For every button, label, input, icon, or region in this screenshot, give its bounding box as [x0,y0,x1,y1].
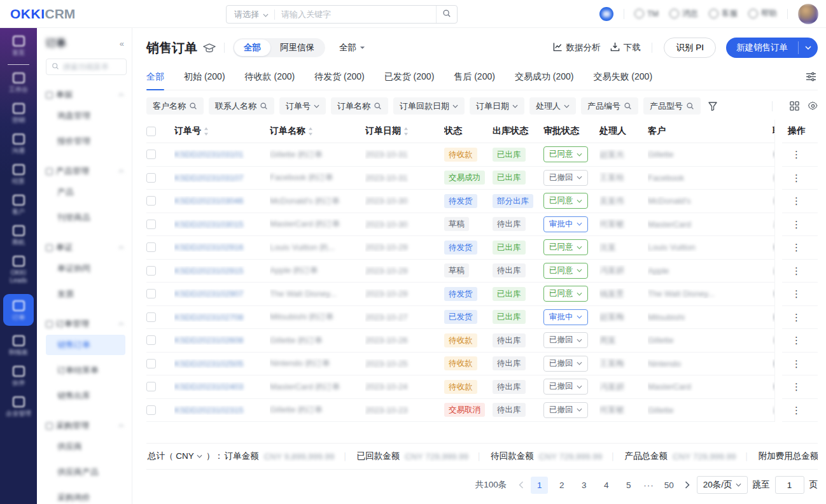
tab-交易失败 (200)[interactable]: 交易失败 (200) [593,64,652,90]
sort-icon[interactable] [403,127,409,136]
row-more-actions-button[interactable]: ⋮ [788,335,805,345]
column-header-订单日期[interactable]: 订单日期 [365,125,444,137]
page-number-4[interactable]: 4 [598,477,615,494]
rail-item-6[interactable]: 商机 [0,225,37,246]
filter-chip-产品编号[interactable]: 产品编号 [581,97,638,115]
sidebar-item-刊登商品[interactable]: 刊登商品 [46,207,127,228]
filter-chip-产品型号[interactable]: 产品型号 [643,97,701,115]
tab-全部[interactable]: 全部 [146,64,164,90]
search-input[interactable] [275,10,436,19]
order-number-link[interactable]: KSDD2023102403 [174,382,243,391]
rail-item-7[interactable]: OKKI Leads [0,256,37,284]
search-category-select[interactable]: 请选择 [227,9,274,20]
sort-icon[interactable] [308,127,313,136]
row-checkbox[interactable] [146,289,156,298]
filter-funnel-icon[interactable] [708,102,717,111]
sidebar-item-供应商[interactable]: 供应商 [46,437,127,457]
sidebar-item-销售出库[interactable]: 销售出库 [46,386,127,406]
rail-item-1[interactable]: 工作台 [0,73,37,94]
rail-item-0[interactable]: 首页 [0,36,37,57]
row-more-actions-button[interactable]: ⋮ [788,382,805,391]
sidebar-item-采购询价[interactable]: 采购询价 [46,487,127,504]
scope-阿里信保[interactable]: 阿里信保 [270,39,324,56]
sidebar-search-input[interactable]: 搜索功能菜单 [46,59,127,75]
row-checkbox[interactable] [146,335,156,345]
filter-chip-订单名称[interactable]: 订单名称 [331,97,388,115]
approval-dropdown[interactable]: 已撤回 [543,379,588,395]
tab-已发货 (200)[interactable]: 已发货 (200) [384,64,435,90]
approval-dropdown[interactable]: 审批中 [543,309,588,325]
tab-售后 (200)[interactable]: 售后 (200) [454,64,495,90]
select-all-checkbox[interactable] [146,127,156,136]
sidebar-item-报价管理[interactable]: 报价管理 [46,131,127,151]
row-checkbox[interactable] [146,220,156,229]
row-checkbox[interactable] [146,242,156,252]
rail-item-11[interactable]: 企业管理 [0,396,37,417]
filter-chip-订单日期[interactable]: 订单日期 [470,97,524,115]
filter-chip-订单回款日期[interactable]: 订单回款日期 [393,97,465,115]
page-number-50[interactable]: 50 [661,477,678,494]
user-avatar[interactable] [798,4,818,24]
tab-初始 (200)[interactable]: 初始 (200) [184,64,225,90]
row-checkbox[interactable] [146,150,156,159]
rail-item-8[interactable]: 订单 [3,294,34,326]
page-number-3[interactable]: 3 [575,477,592,494]
search-button[interactable] [436,6,457,23]
row-checkbox[interactable] [146,312,156,322]
row-more-actions-button[interactable]: ⋮ [788,405,805,415]
order-number-link[interactable]: KSDD2023103101 [174,150,243,159]
approval-dropdown[interactable]: 审批中 [543,216,588,232]
sidebar-group-header[interactable]: 采购管理 [46,420,127,431]
order-number-link[interactable]: KSDD2023102916 [174,242,243,252]
order-number-link[interactable]: KSDD2023102907 [174,289,243,298]
table-settings-gear-icon[interactable] [808,101,818,111]
scope-dropdown[interactable]: 全部 [339,42,365,53]
tab-交易成功 (200)[interactable]: 交易成功 (200) [515,64,574,90]
order-number-link[interactable]: KSDD2023103107 [174,173,243,183]
quick-action-help[interactable]: 帮助 [748,8,777,19]
quick-action-headset[interactable]: 客服 [709,8,738,19]
filter-chip-联系人名称[interactable]: 联系人名称 [209,97,274,115]
approval-dropdown[interactable]: 已同意 [543,193,588,209]
row-more-actions-button[interactable]: ⋮ [788,242,805,252]
download-button[interactable]: 下载 [610,42,640,53]
sidebar-collapse-icon[interactable]: « [120,39,124,48]
row-checkbox[interactable] [146,405,156,415]
table-scrollbar-strip[interactable] [774,120,782,422]
sidebar-item-询盘管理[interactable]: 询盘管理 [46,106,127,126]
approval-dropdown[interactable]: 已撤回 [543,332,588,348]
page-number-5[interactable]: 5 [620,477,637,494]
row-more-actions-button[interactable]: ⋮ [788,266,805,276]
quick-action-bell[interactable]: 消息 [669,8,698,19]
column-header-订单号[interactable]: 订单号 [174,125,270,137]
rail-item-5[interactable]: 客户 [0,195,37,216]
rail-item-10[interactable]: 伙伴 [0,366,37,387]
row-checkbox[interactable] [146,173,156,183]
page-number-1[interactable]: 1 [531,477,548,494]
sort-icon[interactable] [204,127,209,136]
sidebar-group-header[interactable]: 产品管理 [46,165,127,177]
sidebar-item-销售订单[interactable]: 销售订单 [46,335,125,355]
pages-ellipsis[interactable]: ··· [642,480,655,490]
tune-icon[interactable] [806,72,816,81]
tutorial-cap-icon[interactable] [203,43,216,53]
scope-全部[interactable]: 全部 [234,39,270,56]
order-number-link[interactable]: KSDD2023102708 [174,312,243,322]
create-order-caret-button[interactable] [799,38,818,58]
rail-item-2[interactable]: 营销 [0,103,37,124]
next-page-button[interactable] [683,481,692,489]
rail-item-4[interactable]: 结算 [0,164,37,185]
tab-待收款 (200)[interactable]: 待收款 (200) [245,64,295,90]
page-size-select[interactable]: 20条/页 [697,476,748,494]
rail-item-3[interactable]: 沟通 [0,134,37,155]
rail-item-9[interactable]: BI报表 [0,335,37,356]
prev-page-button[interactable] [517,481,526,489]
tab-待发货 (200)[interactable]: 待发货 (200) [314,64,365,90]
row-checkbox[interactable] [146,196,156,206]
row-more-actions-button[interactable]: ⋮ [788,150,805,159]
order-number-link[interactable]: KSDD2023102315 [174,405,243,415]
row-checkbox[interactable] [146,359,156,368]
approval-dropdown[interactable]: 已撤回 [543,402,588,418]
sidebar-item-单证协同[interactable]: 单证协同 [46,258,127,279]
approval-dropdown[interactable]: 已撤回 [543,170,588,186]
